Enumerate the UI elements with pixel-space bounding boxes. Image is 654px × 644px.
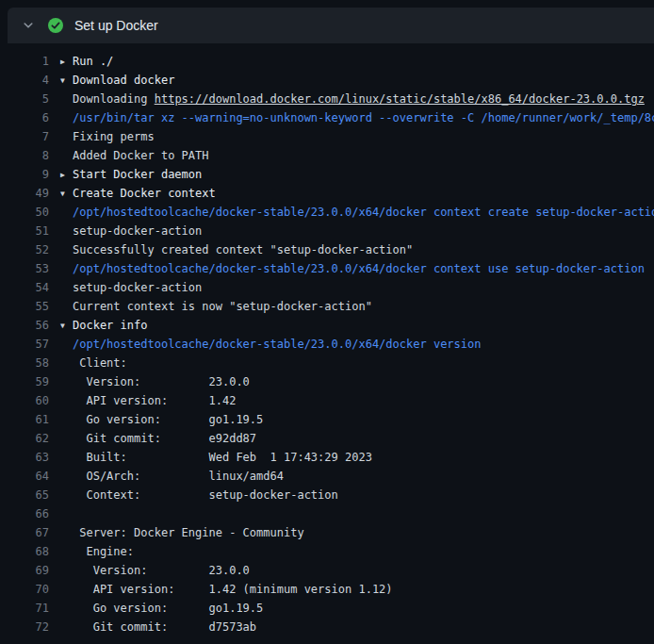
log-group-header[interactable]: ▼Create Docker context (60, 184, 216, 203)
log-text: /opt/hostedtoolcache/docker-stable/23.0.… (60, 203, 654, 222)
log-text-span: Run ./ (73, 55, 113, 68)
log-text-span: Create Docker context (73, 187, 216, 200)
line-number[interactable]: 4 (0, 71, 49, 90)
line-number[interactable]: 7 (0, 127, 49, 146)
log-line: 49▼Create Docker context (0, 184, 654, 203)
log-text-span: Successfully created context "setup-dock… (73, 243, 413, 256)
log-line: 72 Git commit: d7573ab (0, 618, 654, 636)
log-text-span: Fixing perms (73, 130, 155, 143)
log-text-span: Git commit: e92dd87 (73, 432, 256, 445)
line-number[interactable]: 55 (0, 297, 49, 316)
log-text: Context: setup-docker-action (60, 486, 338, 504)
line-number[interactable]: 67 (0, 523, 49, 542)
log-text: Current context is now "setup-docker-act… (60, 297, 372, 316)
log-text: /opt/hostedtoolcache/docker-stable/23.0.… (60, 335, 481, 354)
log-text-span: setup-docker-action (73, 224, 202, 238)
log-line: 67 Server: Docker Engine - Community (0, 523, 654, 542)
log-line: 50/opt/hostedtoolcache/docker-stable/23.… (0, 203, 654, 222)
log-line: 54setup-docker-action (0, 278, 654, 297)
line-number[interactable]: 62 (0, 429, 49, 448)
line-number[interactable]: 50 (0, 203, 49, 222)
log-text: setup-docker-action (60, 222, 202, 240)
line-number[interactable]: 72 (0, 618, 49, 636)
line-number[interactable]: 68 (0, 542, 49, 561)
log-text: Added Docker to PATH (60, 146, 209, 165)
log-text-span: Docker info (73, 319, 147, 332)
line-number[interactable]: 54 (0, 278, 49, 297)
log-line: 69 Version: 23.0.0 (0, 561, 654, 580)
line-number[interactable]: 59 (0, 372, 49, 391)
log-text: /usr/bin/tar xz --warning=no-unknown-key… (60, 108, 654, 127)
log-text-span: OS/Arch: linux/amd64 (73, 470, 284, 483)
line-number[interactable]: 64 (0, 467, 49, 486)
line-number[interactable]: 63 (0, 448, 49, 467)
line-number[interactable]: 56 (0, 316, 49, 335)
log-text: Go version: go1.19.5 (60, 410, 263, 429)
log-line: 57/opt/hostedtoolcache/docker-stable/23.… (0, 335, 654, 354)
log-text-span: Downloading (73, 92, 155, 106)
log-text-span: Go version: go1.19.5 (73, 413, 263, 426)
log-text-span: Start Docker daemon (73, 168, 202, 181)
log-text-span: Built: Wed Feb 1 17:43:29 2023 (73, 451, 372, 464)
log-text-span: API version: 1.42 (73, 394, 236, 407)
log-group-header[interactable]: ▼Download docker (60, 71, 174, 90)
disclosure-triangle-icon: ▼ (60, 72, 73, 90)
log-text-span: Server: Docker Engine - Community (73, 526, 304, 539)
line-number[interactable]: 53 (0, 259, 49, 278)
log-text-span: Context: setup-docker-action (73, 488, 338, 502)
log-text: Built: Wed Feb 1 17:43:29 2023 (60, 448, 372, 467)
log-text-span: /opt/hostedtoolcache/docker-stable/23.0.… (73, 338, 481, 351)
log-line: 9▶Start Docker daemon (0, 165, 654, 184)
log-line: 66 (0, 504, 654, 523)
chevron-down-icon[interactable] (23, 20, 34, 31)
line-number[interactable]: 1 (0, 52, 49, 71)
log-text: Fixing perms (60, 127, 155, 146)
log-line: 65 Context: setup-docker-action (0, 486, 654, 504)
log-group-header[interactable]: ▶Run ./ (60, 52, 113, 71)
line-number[interactable]: 58 (0, 354, 49, 372)
line-number[interactable]: 65 (0, 486, 49, 504)
log-text: /opt/hostedtoolcache/docker-stable/23.0.… (60, 259, 645, 278)
log-text: Git commit: d7573ab (60, 618, 256, 636)
log-line: 55Current context is now "setup-docker-a… (0, 297, 654, 316)
log-line: 52Successfully created context "setup-do… (0, 240, 654, 259)
log-text: Server: Docker Engine - Community (60, 523, 304, 542)
log-text: Successfully created context "setup-dock… (60, 240, 413, 259)
log-group-header[interactable]: ▼Docker info (60, 316, 147, 335)
log-text-span: API version: 1.42 (minimum version 1.12) (73, 583, 393, 596)
log-line: 60 API version: 1.42 (0, 391, 654, 410)
step-header[interactable]: Set up Docker (8, 8, 654, 43)
log-text-span: /usr/bin/tar xz --warning=no-unknown-key… (73, 111, 654, 124)
log-text (60, 504, 73, 523)
line-number[interactable]: 69 (0, 561, 49, 580)
line-number[interactable]: 61 (0, 410, 49, 429)
log-line: 5Downloading https://download.docker.com… (0, 90, 654, 108)
disclosure-triangle-icon: ▶ (60, 53, 73, 71)
line-number[interactable]: 57 (0, 335, 49, 354)
line-number[interactable]: 52 (0, 240, 49, 259)
line-number[interactable]: 6 (0, 108, 49, 127)
log-line: 1▶Run ./ (0, 52, 654, 71)
log-link[interactable]: https://download.docker.com/linux/static… (155, 92, 645, 106)
log-line: 6/usr/bin/tar xz --warning=no-unknown-ke… (0, 108, 654, 127)
log-group-header[interactable]: ▶Start Docker daemon (60, 165, 202, 184)
line-number[interactable]: 49 (0, 184, 49, 203)
log-text: OS/Arch: linux/amd64 (60, 467, 284, 486)
log-container[interactable]: 1▶Run ./4▼Download docker5Downloading ht… (0, 43, 654, 636)
line-number[interactable]: 66 (0, 504, 49, 523)
log-text-span: Version: 23.0.0 (73, 564, 250, 577)
log-text: Git commit: e92dd87 (60, 429, 256, 448)
line-number[interactable]: 60 (0, 391, 49, 410)
log-text-span: Download docker (73, 74, 174, 87)
log-text: API version: 1.42 (60, 391, 236, 410)
line-number[interactable]: 51 (0, 222, 49, 240)
line-number[interactable]: 9 (0, 165, 49, 184)
success-check-icon (48, 18, 63, 33)
line-number[interactable]: 70 (0, 580, 49, 599)
line-number[interactable]: 71 (0, 599, 49, 618)
log-line: 58 Client: (0, 354, 654, 372)
log-text-span: Go version: go1.19.5 (73, 602, 263, 615)
line-number[interactable]: 5 (0, 90, 49, 108)
line-number[interactable]: 8 (0, 146, 49, 165)
log-line: 56▼Docker info (0, 316, 654, 335)
